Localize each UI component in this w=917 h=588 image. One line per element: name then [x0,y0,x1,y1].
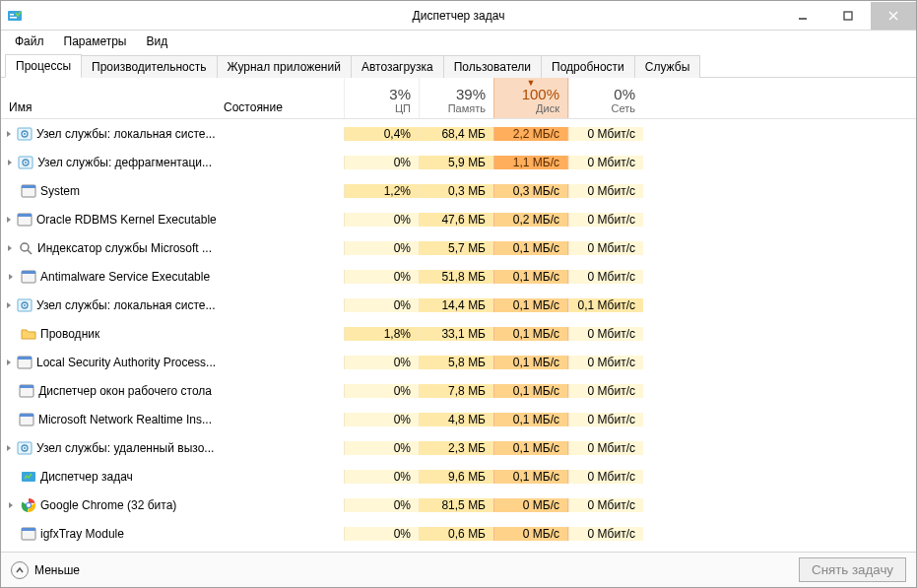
cell-disk: 0,1 МБ/с [493,241,568,255]
expand-icon[interactable] [5,499,17,511]
table-row[interactable]: Oracle RDBMS Kernel Executable0%47,6 МБ0… [1,205,916,233]
col-status[interactable]: Состояние [216,78,344,118]
svg-rect-2 [10,17,17,19]
window-title: Диспетчер задач [1,9,916,23]
table-row[interactable]: Диспетчер окон рабочего стола0%7,8 МБ0,1… [1,376,916,405]
expand-icon[interactable] [5,357,13,368]
cell-memory: 47,6 МБ [419,213,493,227]
col-network[interactable]: 0% Сеть [568,78,643,118]
table-row[interactable]: Local Security Authority Process...0%5,8… [1,348,916,376]
cell-cpu: 0% [344,441,419,455]
cell-name: Проводник [1,326,216,342]
cell-name: Local Security Authority Process... [1,355,216,370]
tm-icon [21,469,36,485]
expand-icon[interactable] [5,271,17,283]
cell-cpu: 0% [344,241,419,255]
table-row[interactable]: Antimalware Service Executable0%51,8 МБ0… [1,262,916,291]
col-memory[interactable]: 39% Память [419,78,493,118]
cell-cpu: 0% [344,384,419,398]
process-name: igfxTray Module [40,527,124,541]
expand-icon [5,328,17,340]
cell-cpu: 0% [344,413,419,426]
fewer-details-button[interactable]: Меньше [11,561,80,579]
process-name: Antimalware Service Executable [40,270,210,284]
cell-disk: 0,1 МБ/с [493,270,568,284]
expand-icon [5,414,15,425]
cell-memory: 4,8 МБ [419,413,493,426]
gear-icon [17,126,33,142]
cell-disk: 0 МБ/с [493,498,568,512]
cell-disk: 0,1 МБ/с [493,298,568,312]
cell-network: 0 Мбит/с [568,498,643,512]
cell-network: 0 Мбит/с [568,441,643,455]
search-icon [18,240,33,256]
menu-view[interactable]: Вид [138,33,175,50]
svg-rect-16 [18,214,32,217]
app-icon [17,212,33,228]
process-name: Узел службы: локальная систе... [36,298,216,312]
cell-network: 0 Мбит/с [568,356,643,369]
app-icon [19,383,34,399]
cell-memory: 0,3 МБ [419,184,493,198]
col-cpu[interactable]: 3% ЦП [344,78,419,118]
process-name: Microsoft Network Realtime Ins... [38,413,212,426]
svg-rect-14 [22,185,35,188]
svg-line-18 [28,250,32,254]
col-name-label: Имя [9,100,208,114]
tab-details[interactable]: Подробности [541,55,635,78]
maximize-button[interactable] [825,2,871,30]
tab-app-history[interactable]: Журнал приложений [217,55,352,78]
svg-point-36 [27,503,31,507]
expand-icon[interactable] [5,214,13,226]
col-name[interactable]: Имя [1,78,216,118]
gear-icon [18,155,33,170]
expand-icon[interactable] [5,128,13,140]
expand-icon[interactable] [5,157,14,168]
table-row[interactable]: igfxTray Module0%0,6 МБ0 МБ/с0 Мбит/с [1,519,916,548]
table-row[interactable]: System1,2%0,3 МБ0,3 МБ/с0 Мбит/с [1,176,916,205]
menu-file[interactable]: Файл [7,33,52,50]
svg-rect-1 [10,14,14,16]
disk-label: Диск [502,102,559,114]
col-disk[interactable]: ▼ 100% Диск [493,78,568,118]
expand-icon[interactable] [5,242,14,254]
tab-users[interactable]: Пользователи [443,55,542,78]
expand-icon[interactable] [5,442,13,454]
cell-name: Oracle RDBMS Kernel Executable [1,212,216,228]
end-task-button[interactable]: Снять задачу [799,557,906,582]
table-row[interactable]: Диспетчер задач0%9,6 МБ0,1 МБ/с0 Мбит/с [1,462,916,490]
table-row[interactable]: Microsoft Network Realtime Ins...0%4,8 М… [1,405,916,433]
cell-name: Диспетчер задач [1,469,216,485]
cpu-label: ЦП [353,102,411,114]
mem-label: Память [427,102,486,114]
grid-body[interactable]: Узел службы: локальная систе...0,4%68,4 … [1,119,916,552]
mem-pct: 39% [427,86,486,102]
table-row[interactable]: Узел службы: дефрагментаци...0%5,9 МБ1,1… [1,148,916,176]
svg-rect-27 [20,385,33,388]
tab-startup[interactable]: Автозагрузка [351,55,444,78]
tab-processes[interactable]: Процессы [5,54,82,78]
table-row[interactable]: Проводник1,8%33,1 МБ0,1 МБ/с0 Мбит/с [1,319,916,348]
cell-name: Индексатор службы Microsoft ... [1,240,216,256]
table-row[interactable]: Узел службы: локальная систе...0,4%68,4 … [1,119,916,148]
table-row[interactable]: Индексатор службы Microsoft ...0%5,7 МБ0… [1,233,916,262]
table-row[interactable]: Узел службы: удаленный вызо...0%2,3 МБ0,… [1,433,916,462]
expand-icon [5,185,17,197]
tab-performance[interactable]: Производительность [81,55,217,78]
expand-icon[interactable] [5,299,13,311]
window-controls [780,2,916,30]
cell-disk: 0,1 МБ/с [493,470,568,484]
menu-options[interactable]: Параметры [56,33,135,50]
table-row[interactable]: Узел службы: локальная систе...0%14,4 МБ… [1,291,916,319]
process-grid: Имя Состояние 3% ЦП 39% Память ▼ 100% Ди… [1,78,916,552]
tab-services[interactable]: Службы [634,55,700,78]
cell-memory: 5,9 МБ [419,156,493,169]
cell-network: 0 Мбит/с [568,156,643,169]
close-button[interactable] [871,2,916,30]
cell-network: 0 Мбит/с [568,327,643,341]
cell-disk: 1,1 МБ/с [493,156,568,169]
cell-disk: 0,1 МБ/с [493,356,568,369]
minimize-button[interactable] [780,2,825,30]
svg-rect-25 [18,357,32,359]
table-row[interactable]: Google Chrome (32 бита)0%81,5 МБ0 МБ/с0 … [1,490,916,519]
